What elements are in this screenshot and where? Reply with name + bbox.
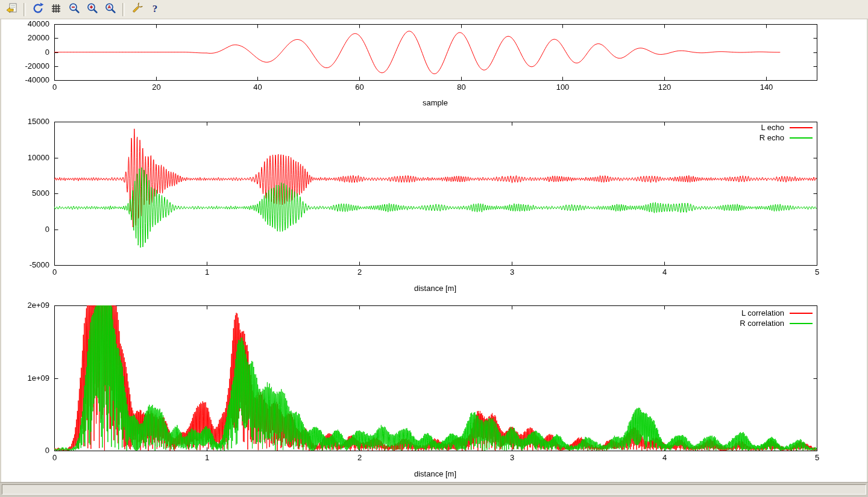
x-axis-label-chart1: sample [345, 98, 526, 107]
legend-item: R echo [760, 133, 813, 143]
x-axis-label-chart3: distance [m] [345, 469, 526, 478]
refresh-icon [31, 2, 45, 17]
toolbar-separator [122, 3, 125, 16]
magnifier-minus-icon [68, 2, 81, 17]
svg-text:A: A [108, 4, 112, 10]
legend-line-swatch [790, 127, 813, 128]
legend-line-swatch [790, 137, 813, 139]
copy-to-clipboard-button[interactable] [3, 2, 20, 17]
legend-item: R correlation [740, 318, 813, 328]
svg-text:?: ? [153, 3, 158, 14]
x-axis-label-chart2: distance [m] [345, 284, 526, 293]
autoscale-button[interactable]: A [102, 2, 119, 17]
magnifier-autoscale-icon: A [104, 2, 117, 17]
replot-button[interactable] [30, 2, 46, 17]
help-icon: ? [148, 2, 162, 17]
zoom-previous-button[interactable] [66, 2, 83, 17]
legend-label: L correlation [741, 308, 784, 317]
toolbar-separator [24, 3, 26, 16]
window-frame-left [0, 19, 1, 482]
legend-label: R echo [760, 133, 784, 142]
legend-chart3: L correlation R correlation [740, 308, 813, 328]
status-text [2, 484, 866, 495]
configure-button[interactable] [128, 2, 145, 17]
wrench-icon [130, 2, 143, 17]
clipboard-icon [5, 2, 18, 17]
legend-line-swatch [790, 313, 813, 314]
legend-label: R correlation [740, 319, 784, 328]
zoom-next-button[interactable] [84, 2, 101, 17]
legend-line-swatch [790, 323, 813, 324]
status-bar [0, 482, 868, 497]
plot-area-canvas[interactable] [0, 0, 868, 482]
legend-label: L echo [761, 123, 784, 132]
grid-icon [49, 2, 63, 17]
gnuplot-window: A ? sample distan [0, 0, 868, 497]
legend-item: L correlation [740, 308, 813, 318]
toggle-grid-button[interactable] [48, 2, 64, 17]
toolbar: A ? [0, 0, 868, 19]
legend-item: L echo [760, 122, 813, 133]
legend-chart2: L echo R echo [760, 122, 813, 143]
help-button[interactable]: ? [146, 2, 163, 17]
magnifier-plus-icon [86, 2, 99, 17]
